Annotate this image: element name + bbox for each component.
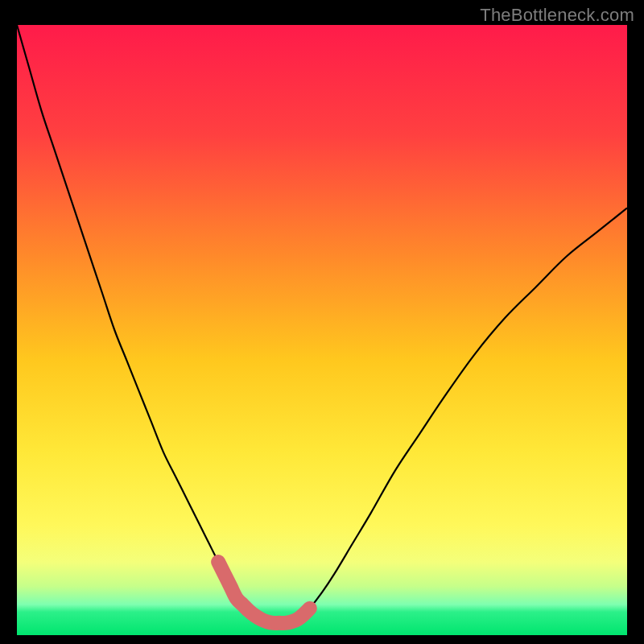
chart-plot — [17, 25, 627, 635]
chart-container: TheBottleneck.com — [0, 0, 644, 644]
watermark-text: TheBottleneck.com — [480, 5, 634, 26]
chart-svg — [17, 25, 627, 635]
gradient-background — [17, 25, 627, 635]
